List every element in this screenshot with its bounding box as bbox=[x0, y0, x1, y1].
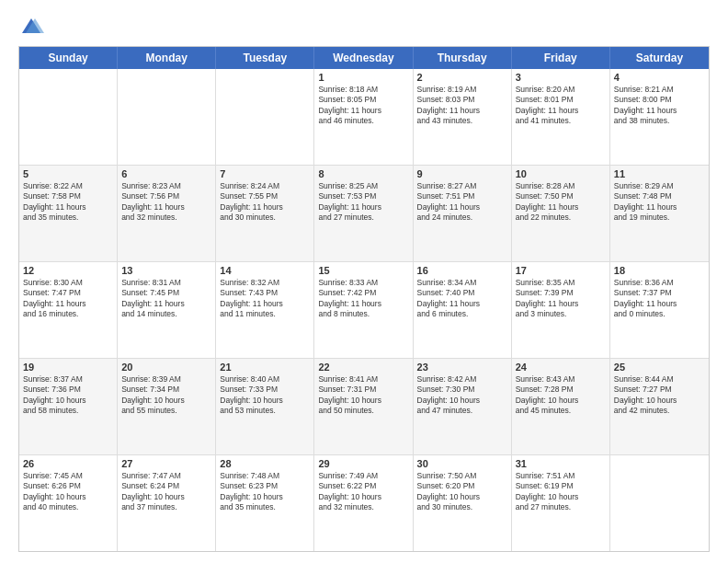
day-info: Sunrise: 8:40 AM Sunset: 7:33 PM Dayligh… bbox=[220, 374, 310, 417]
calendar-cell-day-15: 15Sunrise: 8:33 AM Sunset: 7:42 PM Dayli… bbox=[314, 262, 413, 358]
calendar-cell-day-11: 11Sunrise: 8:29 AM Sunset: 7:48 PM Dayli… bbox=[610, 166, 709, 261]
day-number: 20 bbox=[121, 362, 211, 373]
day-info: Sunrise: 8:32 AM Sunset: 7:43 PM Dayligh… bbox=[220, 278, 310, 320]
day-info: Sunrise: 8:41 AM Sunset: 7:31 PM Dayligh… bbox=[318, 374, 408, 417]
calendar-cell-day-4: 4Sunrise: 8:21 AM Sunset: 8:00 PM Daylig… bbox=[610, 69, 709, 165]
weekday-header-monday: Monday bbox=[118, 47, 216, 69]
day-number: 5 bbox=[23, 168, 113, 179]
day-number: 30 bbox=[417, 458, 507, 469]
day-number: 22 bbox=[318, 362, 408, 373]
calendar-cell-day-9: 9Sunrise: 8:27 AM Sunset: 7:51 PM Daylig… bbox=[414, 166, 512, 261]
day-number: 21 bbox=[220, 362, 310, 373]
calendar-cell-day-21: 21Sunrise: 8:40 AM Sunset: 7:33 PM Dayli… bbox=[216, 359, 314, 454]
day-number: 15 bbox=[318, 265, 408, 276]
calendar-cell-empty-r0c2 bbox=[216, 69, 314, 165]
calendar-cell-day-6: 6Sunrise: 8:23 AM Sunset: 7:56 PM Daylig… bbox=[118, 166, 216, 261]
day-info: Sunrise: 8:42 AM Sunset: 7:30 PM Dayligh… bbox=[417, 374, 507, 417]
day-number: 3 bbox=[516, 72, 606, 83]
day-number: 11 bbox=[614, 168, 705, 179]
calendar-cell-day-22: 22Sunrise: 8:41 AM Sunset: 7:31 PM Dayli… bbox=[314, 359, 413, 454]
page: SundayMondayTuesdayWednesdayThursdayFrid… bbox=[0, 0, 728, 563]
day-info: Sunrise: 7:51 AM Sunset: 6:19 PM Dayligh… bbox=[516, 471, 606, 513]
day-info: Sunrise: 8:43 AM Sunset: 7:28 PM Dayligh… bbox=[516, 374, 606, 417]
calendar-cell-day-1: 1Sunrise: 8:18 AM Sunset: 8:05 PM Daylig… bbox=[314, 69, 413, 165]
day-number: 23 bbox=[417, 362, 507, 373]
calendar-cell-day-7: 7Sunrise: 8:24 AM Sunset: 7:55 PM Daylig… bbox=[216, 166, 314, 261]
day-number: 27 bbox=[121, 458, 211, 469]
calendar-row-2: 12Sunrise: 8:30 AM Sunset: 7:47 PM Dayli… bbox=[19, 261, 709, 358]
day-info: Sunrise: 8:36 AM Sunset: 7:37 PM Dayligh… bbox=[614, 278, 705, 320]
day-number: 4 bbox=[614, 72, 705, 83]
day-info: Sunrise: 8:35 AM Sunset: 7:39 PM Dayligh… bbox=[516, 278, 606, 320]
calendar-cell-day-10: 10Sunrise: 8:28 AM Sunset: 7:50 PM Dayli… bbox=[512, 166, 610, 261]
day-number: 12 bbox=[23, 265, 113, 276]
day-info: Sunrise: 7:49 AM Sunset: 6:22 PM Dayligh… bbox=[318, 471, 408, 513]
day-number: 16 bbox=[417, 265, 507, 276]
day-number: 9 bbox=[417, 168, 507, 179]
weekday-header-friday: Friday bbox=[512, 47, 610, 69]
weekday-header-wednesday: Wednesday bbox=[314, 47, 413, 69]
day-number: 18 bbox=[614, 265, 705, 276]
calendar-cell-day-26: 26Sunrise: 7:45 AM Sunset: 6:26 PM Dayli… bbox=[19, 455, 118, 551]
calendar-cell-day-12: 12Sunrise: 8:30 AM Sunset: 7:47 PM Dayli… bbox=[19, 262, 118, 358]
day-info: Sunrise: 7:47 AM Sunset: 6:24 PM Dayligh… bbox=[121, 471, 211, 513]
calendar: SundayMondayTuesdayWednesdayThursdayFrid… bbox=[18, 46, 710, 552]
day-number: 31 bbox=[516, 458, 606, 469]
day-number: 19 bbox=[23, 362, 113, 373]
logo bbox=[18, 15, 48, 40]
calendar-cell-day-3: 3Sunrise: 8:20 AM Sunset: 8:01 PM Daylig… bbox=[512, 69, 610, 165]
calendar-row-1: 5Sunrise: 8:22 AM Sunset: 7:58 PM Daylig… bbox=[19, 165, 709, 261]
weekday-header-thursday: Thursday bbox=[414, 47, 512, 69]
calendar-cell-day-27: 27Sunrise: 7:47 AM Sunset: 6:24 PM Dayli… bbox=[118, 455, 216, 551]
calendar-cell-day-13: 13Sunrise: 8:31 AM Sunset: 7:45 PM Dayli… bbox=[118, 262, 216, 358]
calendar-cell-day-20: 20Sunrise: 8:39 AM Sunset: 7:34 PM Dayli… bbox=[118, 359, 216, 454]
day-number: 24 bbox=[516, 362, 606, 373]
calendar-cell-empty-r0c0 bbox=[19, 69, 118, 165]
weekday-header-saturday: Saturday bbox=[610, 47, 709, 69]
calendar-cell-day-2: 2Sunrise: 8:19 AM Sunset: 8:03 PM Daylig… bbox=[414, 69, 512, 165]
calendar-cell-day-24: 24Sunrise: 8:43 AM Sunset: 7:28 PM Dayli… bbox=[512, 359, 610, 454]
day-info: Sunrise: 8:22 AM Sunset: 7:58 PM Dayligh… bbox=[23, 181, 113, 224]
day-number: 28 bbox=[220, 458, 310, 469]
day-number: 29 bbox=[318, 458, 408, 469]
day-number: 8 bbox=[318, 168, 408, 179]
day-info: Sunrise: 8:20 AM Sunset: 8:01 PM Dayligh… bbox=[516, 85, 606, 127]
day-number: 2 bbox=[417, 72, 507, 83]
calendar-row-0: 1Sunrise: 8:18 AM Sunset: 8:05 PM Daylig… bbox=[19, 69, 709, 165]
day-number: 17 bbox=[516, 265, 606, 276]
day-number: 6 bbox=[121, 168, 211, 179]
day-info: Sunrise: 7:45 AM Sunset: 6:26 PM Dayligh… bbox=[23, 471, 113, 513]
calendar-cell-day-28: 28Sunrise: 7:48 AM Sunset: 6:23 PM Dayli… bbox=[216, 455, 314, 551]
calendar-row-4: 26Sunrise: 7:45 AM Sunset: 6:26 PM Dayli… bbox=[19, 454, 709, 551]
calendar-cell-day-14: 14Sunrise: 8:32 AM Sunset: 7:43 PM Dayli… bbox=[216, 262, 314, 358]
day-number: 7 bbox=[220, 168, 310, 179]
day-info: Sunrise: 8:44 AM Sunset: 7:27 PM Dayligh… bbox=[614, 374, 705, 417]
day-info: Sunrise: 8:39 AM Sunset: 7:34 PM Dayligh… bbox=[121, 374, 211, 417]
day-info: Sunrise: 8:24 AM Sunset: 7:55 PM Dayligh… bbox=[220, 181, 310, 224]
day-number: 14 bbox=[220, 265, 310, 276]
day-number: 10 bbox=[516, 168, 606, 179]
day-info: Sunrise: 8:25 AM Sunset: 7:53 PM Dayligh… bbox=[318, 181, 408, 224]
calendar-cell-day-16: 16Sunrise: 8:34 AM Sunset: 7:40 PM Dayli… bbox=[414, 262, 512, 358]
day-number: 25 bbox=[614, 362, 705, 373]
calendar-cell-day-5: 5Sunrise: 8:22 AM Sunset: 7:58 PM Daylig… bbox=[19, 166, 118, 261]
day-info: Sunrise: 8:34 AM Sunset: 7:40 PM Dayligh… bbox=[417, 278, 507, 320]
calendar-cell-day-8: 8Sunrise: 8:25 AM Sunset: 7:53 PM Daylig… bbox=[314, 166, 413, 261]
day-number: 26 bbox=[23, 458, 113, 469]
day-info: Sunrise: 8:28 AM Sunset: 7:50 PM Dayligh… bbox=[516, 181, 606, 224]
calendar-cell-day-23: 23Sunrise: 8:42 AM Sunset: 7:30 PM Dayli… bbox=[414, 359, 512, 454]
calendar-cell-day-18: 18Sunrise: 8:36 AM Sunset: 7:37 PM Dayli… bbox=[610, 262, 709, 358]
calendar-cell-day-30: 30Sunrise: 7:50 AM Sunset: 6:20 PM Dayli… bbox=[414, 455, 512, 551]
day-info: Sunrise: 7:48 AM Sunset: 6:23 PM Dayligh… bbox=[220, 471, 310, 513]
day-info: Sunrise: 8:37 AM Sunset: 7:36 PM Dayligh… bbox=[23, 374, 113, 417]
calendar-cell-day-17: 17Sunrise: 8:35 AM Sunset: 7:39 PM Dayli… bbox=[512, 262, 610, 358]
day-info: Sunrise: 8:23 AM Sunset: 7:56 PM Dayligh… bbox=[121, 181, 211, 224]
day-info: Sunrise: 7:50 AM Sunset: 6:20 PM Dayligh… bbox=[417, 471, 507, 513]
day-info: Sunrise: 8:30 AM Sunset: 7:47 PM Dayligh… bbox=[23, 278, 113, 320]
day-info: Sunrise: 8:29 AM Sunset: 7:48 PM Dayligh… bbox=[614, 181, 705, 224]
calendar-body: 1Sunrise: 8:18 AM Sunset: 8:05 PM Daylig… bbox=[19, 69, 709, 551]
day-number: 13 bbox=[121, 265, 211, 276]
day-info: Sunrise: 8:27 AM Sunset: 7:51 PM Dayligh… bbox=[417, 181, 507, 224]
calendar-header: SundayMondayTuesdayWednesdayThursdayFrid… bbox=[19, 47, 709, 69]
header bbox=[18, 15, 710, 40]
